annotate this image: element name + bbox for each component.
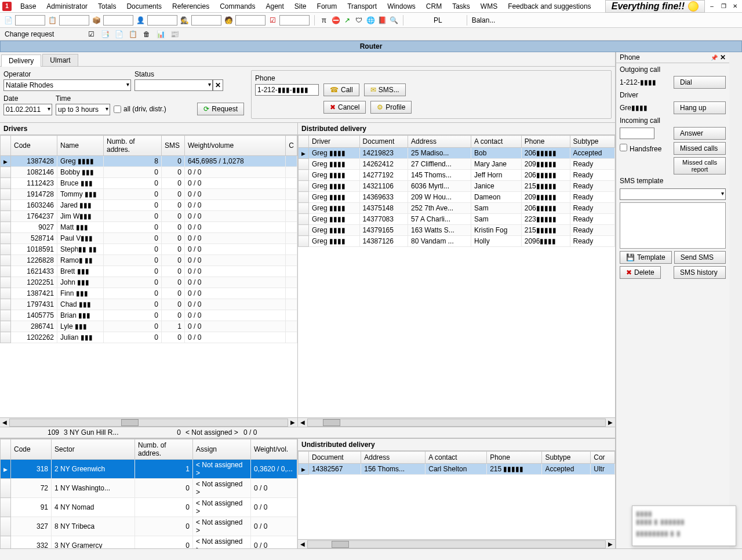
- restore-button[interactable]: ❐: [719, 3, 728, 9]
- tab-ulmart[interactable]: Ulmart: [42, 54, 78, 66]
- time-select[interactable]: [56, 104, 110, 115]
- table-row[interactable]: 1112423Bruce ▮▮▮000 / 0: [1, 178, 297, 189]
- sms-textarea[interactable]: [620, 202, 726, 249]
- toolbar-icon-7[interactable]: ☑: [268, 16, 277, 25]
- table-row[interactable]: 528714Paul V▮▮▮000 / 0: [1, 233, 297, 244]
- cb-icon-7[interactable]: 📰: [170, 30, 179, 39]
- menu-tasks[interactable]: Tasks: [447, 1, 475, 12]
- menu-windows[interactable]: Windows: [382, 1, 421, 12]
- drivers-grid[interactable]: Code Name Numb. of addres. SMS Weight/vo…: [0, 135, 297, 417]
- pi-icon[interactable]: π: [319, 16, 329, 25]
- table-row[interactable]: 914 NY Nomad0< Not assigned >0 / 0: [1, 498, 297, 517]
- toolbar-input-4[interactable]: [147, 15, 177, 26]
- menu-feedback-and-suggestions[interactable]: Feedback and suggestions: [503, 1, 596, 12]
- panel-close-button[interactable]: ✕: [720, 53, 726, 61]
- table-row[interactable]: Greg ▮▮▮▮1437708357 A Charli...Sam223▮▮▮…: [299, 214, 615, 225]
- col-c[interactable]: C: [286, 136, 297, 156]
- table-row[interactable]: Greg ▮▮▮▮1426241227 Clifflend...Mary Jan…: [299, 159, 615, 170]
- toolbar-input-5[interactable]: [191, 15, 221, 26]
- toolbar-input-3[interactable]: [103, 15, 133, 26]
- close-button[interactable]: ✕: [730, 3, 740, 9]
- col-assign[interactable]: Assign: [193, 439, 251, 460]
- toolbar-input-2[interactable]: [59, 15, 89, 26]
- toolbar-icon-5[interactable]: 🕵️: [180, 16, 189, 25]
- missed-calls-button[interactable]: Missed calls: [674, 142, 726, 155]
- menu-forum[interactable]: Forum: [312, 1, 343, 12]
- table-row[interactable]: Greg ▮▮▮▮143211066036 Myrtl...Janice215▮…: [299, 181, 615, 192]
- distributed-grid[interactable]: Driver Document Address A contact Phone …: [298, 135, 615, 417]
- operator-select[interactable]: [3, 79, 131, 91]
- col-ucor[interactable]: Cor: [591, 452, 615, 464]
- col-subtype[interactable]: Subtype: [570, 136, 615, 148]
- table-row[interactable]: 721 NY Washingto...0< Not assigned >0 / …: [1, 479, 297, 498]
- col-driver[interactable]: Driver: [309, 136, 360, 148]
- menu-totals[interactable]: Totals: [93, 1, 121, 12]
- table-row[interactable]: 1082146Bobby ▮▮▮000 / 0: [1, 167, 297, 178]
- table-row[interactable]: 1797431Chad ▮▮▮000 / 0: [1, 299, 297, 310]
- undist-hscroll[interactable]: ◀▶: [298, 539, 615, 548]
- menu-agent[interactable]: Agent: [261, 1, 289, 12]
- notification-popup[interactable]: ▮▮▮▮ ▮▮▮▮ ▮ ▮▮▮▮▮▮ ▮▮▮▮▮▮▮▮ ▮ ▮: [632, 506, 736, 546]
- table-row[interactable]: Greg ▮▮▮▮14379165163 Watts S...Kristin F…: [299, 225, 615, 236]
- col-swv[interactable]: Weight/vol.: [251, 439, 297, 460]
- phone-input[interactable]: [255, 84, 319, 96]
- toolbar-input-6[interactable]: [235, 15, 265, 26]
- incoming-input[interactable]: [620, 128, 654, 139]
- table-row[interactable]: Greg ▮▮▮▮1421982325 Madiso...Bob206▮▮▮▮▮…: [299, 148, 615, 159]
- cb-icon-6[interactable]: 📊: [156, 30, 165, 39]
- handsfree-checkbox[interactable]: [620, 144, 627, 151]
- toolbar-icon-2[interactable]: 📋: [48, 16, 57, 25]
- date-select[interactable]: [3, 104, 52, 115]
- col-contact[interactable]: A contact: [471, 136, 521, 148]
- dial-button[interactable]: Dial: [674, 76, 726, 89]
- arrow-icon[interactable]: ↗: [343, 16, 352, 25]
- table-row[interactable]: 1621433Brett ▮▮▮000 / 0: [1, 266, 297, 277]
- search-icon[interactable]: 🔍: [389, 16, 398, 25]
- undistributed-grid[interactable]: Document Address A contact Phone Subtype…: [298, 451, 615, 539]
- table-row[interactable]: 9027Matt ▮▮▮000 / 0: [1, 222, 297, 233]
- menu-wms[interactable]: WMS: [475, 1, 503, 12]
- toolbar-input-7[interactable]: [279, 15, 310, 26]
- col-uaddr[interactable]: Address: [361, 452, 425, 464]
- col-code[interactable]: Code: [11, 136, 57, 156]
- table-row[interactable]: 1387421Finn ▮▮▮000 / 0: [1, 288, 297, 299]
- delete-button[interactable]: ✖Delete: [620, 266, 661, 279]
- table-row[interactable]: 1764237Jim W▮▮▮000 / 0: [1, 211, 297, 222]
- col-udoc[interactable]: Document: [309, 452, 361, 464]
- menu-referencies[interactable]: Referencies: [167, 1, 214, 12]
- minimize-button[interactable]: –: [707, 3, 716, 9]
- table-row[interactable]: 1202262Julian ▮▮▮000 / 0: [1, 332, 297, 343]
- missed-report-button[interactable]: Missed calls report: [674, 157, 726, 174]
- profile-button[interactable]: ⚙Profile: [370, 101, 412, 114]
- table-row[interactable]: Greg ▮▮▮▮14369633209 W Hou...Dameon209▮▮…: [299, 192, 615, 203]
- menu-transport[interactable]: Transport: [342, 1, 382, 12]
- table-row[interactable]: 286741Lyle ▮▮▮010 / 0: [1, 321, 297, 332]
- sms-button[interactable]: ✉SMS...: [364, 83, 406, 96]
- table-row[interactable]: 1405775Brian ▮▮▮000 / 0: [1, 310, 297, 321]
- col-sector[interactable]: Sector: [52, 439, 135, 460]
- status-select[interactable]: [134, 79, 213, 91]
- table-row[interactable]: 1202251John ▮▮▮000 / 0: [1, 277, 297, 288]
- pin-icon[interactable]: 📌: [711, 54, 718, 61]
- handsfree-label[interactable]: Handsfree: [620, 144, 661, 153]
- shield-icon[interactable]: 🛡: [354, 16, 363, 25]
- menu-crm[interactable]: CRM: [421, 1, 447, 12]
- table-row[interactable]: 14382567156 Thoms...Carl Shelton215 ▮▮▮▮…: [299, 464, 615, 475]
- col-ucontact[interactable]: A contact: [425, 452, 487, 464]
- drivers-hscroll[interactable]: ◀▶: [0, 417, 297, 427]
- toolbar-icon-4[interactable]: 👤: [136, 16, 145, 25]
- request-button[interactable]: ⟳ Request: [197, 103, 244, 115]
- col-phone[interactable]: Phone: [521, 136, 570, 148]
- menu-administrator[interactable]: Administrator: [41, 1, 93, 12]
- menu-base[interactable]: Base: [15, 1, 41, 12]
- table-row[interactable]: 1914728Tommy ▮▮▮000 / 0: [1, 189, 297, 200]
- cb-icon-2[interactable]: 📑: [100, 30, 110, 39]
- book-icon[interactable]: 📕: [377, 16, 387, 25]
- table-row[interactable]: 3182 NY Greenwich1< Not assigned >0,3620…: [1, 460, 297, 479]
- menu-commands[interactable]: Commands: [214, 1, 260, 12]
- table-row[interactable]: 3323 NY Gramercy0< Not assigned >0 / 0: [1, 536, 297, 549]
- cb-icon-4[interactable]: 📋: [128, 30, 137, 39]
- answer-button[interactable]: Answer: [674, 127, 726, 140]
- toolbar-icon-3[interactable]: 📦: [92, 16, 101, 25]
- sms-template-select[interactable]: [620, 188, 726, 200]
